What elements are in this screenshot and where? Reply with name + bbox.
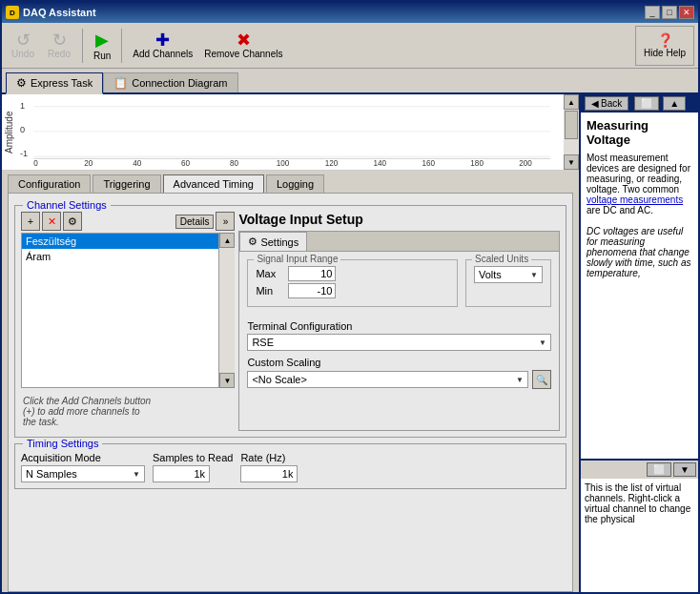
scale-edit-button[interactable]: 🔍 bbox=[532, 370, 551, 389]
acquisition-mode-select[interactable]: N Samples ▼ bbox=[21, 465, 145, 482]
bottom-restore-button[interactable]: ⬜ bbox=[647, 462, 671, 477]
channel-list-scrollbar[interactable]: ▲ ▼ bbox=[219, 233, 235, 388]
channel-scroll-up[interactable]: ▲ bbox=[219, 233, 235, 248]
redo-icon: ↻ bbox=[52, 31, 67, 49]
svg-text:40: 40 bbox=[133, 158, 141, 166]
add-channel-button[interactable]: + bbox=[21, 212, 40, 231]
help-content: MeasuringVoltage Most measurement device… bbox=[581, 113, 698, 459]
undo-label: Undo bbox=[11, 49, 34, 59]
svg-text:20: 20 bbox=[84, 158, 93, 166]
settings-icon: ⚙ bbox=[248, 236, 257, 248]
right-panel-bottom: ⬜ ▼ This is the list of virtual channels… bbox=[581, 459, 698, 592]
timing-section: Timing Settings Acquisition Mode N Sampl… bbox=[14, 443, 566, 489]
min-row: Min bbox=[256, 283, 449, 298]
bottom-help-text: This is the list of virtual channels. Ri… bbox=[585, 482, 690, 524]
scroll-thumb[interactable] bbox=[565, 111, 578, 139]
tab-logging[interactable]: Logging bbox=[266, 174, 324, 193]
terminal-config-select[interactable]: RSE ▼ bbox=[247, 334, 551, 351]
tab-connection-diagram[interactable]: 📋 Connection Diagram bbox=[103, 72, 237, 92]
remove-channels-button[interactable]: ✖ Remove Channels bbox=[199, 26, 287, 66]
min-label: Min bbox=[256, 285, 284, 297]
settings-tab-header: ⚙ Settings bbox=[239, 232, 559, 252]
rate-label: Rate (Hz) bbox=[240, 452, 298, 463]
acquisition-mode-value: N Samples bbox=[26, 468, 77, 480]
custom-scale-arrow: ▼ bbox=[516, 376, 524, 384]
hide-help-button[interactable]: ❓ Hide Help bbox=[635, 26, 694, 66]
window-title: DAQ Assistant bbox=[23, 7, 96, 18]
max-label: Max bbox=[256, 268, 284, 279]
chart-scrollbar[interactable]: ▲ ▼ bbox=[564, 94, 579, 170]
back-button[interactable]: ◀ Back bbox=[585, 96, 628, 111]
custom-scaling-label: Custom Scaling bbox=[247, 357, 551, 368]
scroll-track bbox=[564, 110, 579, 154]
tab-configuration[interactable]: Configuration bbox=[8, 174, 91, 193]
scaled-units-select[interactable]: Volts ▼ bbox=[474, 266, 543, 283]
tab-advanced-timing[interactable]: Advanced Timing bbox=[163, 174, 264, 193]
scaled-units-arrow: ▼ bbox=[530, 271, 538, 279]
scroll-down-arrow[interactable]: ▼ bbox=[564, 154, 579, 170]
right-bottom-content: This is the list of virtual channels. Ri… bbox=[581, 479, 698, 592]
top-tab-bar: ⚙ Express Task 📋 Connection Diagram bbox=[2, 69, 698, 94]
timing-settings-group: Timing Settings Acquisition Mode N Sampl… bbox=[14, 443, 566, 489]
help-title: MeasuringVoltage bbox=[587, 118, 692, 147]
help-expand-button[interactable]: ▲ bbox=[663, 96, 686, 111]
acquisition-mode-arrow: ▼ bbox=[133, 470, 140, 479]
acquisition-mode-col: Acquisition Mode N Samples ▼ bbox=[21, 452, 145, 482]
add-channels-button[interactable]: ✚ Add Channels bbox=[128, 26, 197, 66]
close-button[interactable]: ✕ bbox=[679, 6, 694, 19]
expand-button[interactable]: » bbox=[216, 212, 235, 231]
svg-text:180: 180 bbox=[470, 158, 484, 166]
channel-settings-group: Channel Settings + ✕ ⚙ Details » bbox=[14, 205, 566, 438]
help-body-1: Most measurement devices are designed fo… bbox=[587, 153, 692, 215]
max-input[interactable] bbox=[288, 266, 336, 281]
channel-item-aram[interactable]: Áram bbox=[22, 249, 218, 264]
run-button[interactable]: ▶ Run bbox=[89, 26, 115, 66]
channel-settings-button[interactable]: ⚙ bbox=[63, 212, 82, 231]
connection-diagram-label: Connection Diagram bbox=[132, 77, 227, 89]
tab-triggering[interactable]: Triggering bbox=[93, 174, 160, 193]
custom-scale-row: <No Scale> ▼ 🔍 bbox=[247, 370, 551, 389]
min-input[interactable] bbox=[288, 283, 336, 298]
run-icon: ▶ bbox=[95, 30, 109, 51]
details-button[interactable]: Details bbox=[175, 215, 215, 229]
help-body-dc: DC voltages are useful for measuring phe… bbox=[587, 226, 692, 278]
chart-inner: 1 0 -1 0 20 40 60 80 bbox=[16, 94, 564, 170]
advanced-timing-tab-label: Advanced Timing bbox=[174, 178, 254, 190]
voltage-setup-title: Voltage Input Setup bbox=[238, 212, 560, 227]
signal-input-range-group: Signal Input Range Max Min bbox=[247, 259, 458, 307]
custom-scaling-row: Custom Scaling <No Scale> ▼ 🔍 bbox=[247, 357, 551, 389]
title-bar-controls: _ □ ✕ bbox=[645, 6, 694, 19]
svg-text:200: 200 bbox=[519, 158, 532, 166]
right-bottom-toolbar: ⬜ ▼ bbox=[581, 461, 698, 479]
samples-to-read-input[interactable] bbox=[153, 465, 210, 482]
max-row: Max bbox=[256, 266, 449, 281]
custom-scale-select[interactable]: <No Scale> ▼ bbox=[247, 371, 528, 388]
undo-button[interactable]: ↺ Undo bbox=[6, 26, 40, 66]
signal-input-range-label: Signal Input Range bbox=[254, 254, 340, 264]
redo-label: Redo bbox=[48, 49, 71, 59]
bottom-expand-button[interactable]: ▼ bbox=[673, 462, 696, 477]
configuration-tab-label: Configuration bbox=[18, 178, 80, 190]
svg-text:80: 80 bbox=[230, 158, 238, 166]
help-restore-button[interactable]: ⬜ bbox=[634, 96, 659, 111]
voltage-measurements-link[interactable]: voltage measurements bbox=[587, 195, 683, 205]
settings-tab[interactable]: ⚙ Settings bbox=[239, 232, 307, 251]
maximize-button[interactable]: □ bbox=[662, 6, 677, 19]
channel-settings-inner: + ✕ ⚙ Details » Feszültség bbox=[21, 212, 560, 431]
channel-item-feszultseg[interactable]: Feszültség bbox=[22, 234, 218, 249]
timing-settings-label: Timing Settings bbox=[23, 438, 102, 449]
settings-tab-area: ⚙ Settings Signal Input Range bbox=[238, 231, 560, 431]
minimize-button[interactable]: _ bbox=[645, 6, 660, 19]
tab-express-task[interactable]: ⚙ Express Task bbox=[6, 72, 103, 94]
scroll-up-arrow[interactable]: ▲ bbox=[564, 94, 579, 110]
svg-text:160: 160 bbox=[422, 158, 435, 166]
channel-scroll-track bbox=[219, 248, 235, 373]
chart-y-label: Amplitude bbox=[2, 94, 16, 170]
svg-text:60: 60 bbox=[181, 158, 190, 166]
toolbar-separator-1 bbox=[82, 29, 83, 63]
remove-channel-button[interactable]: ✕ bbox=[42, 212, 61, 231]
redo-button[interactable]: ↻ Redo bbox=[42, 26, 76, 66]
channel-scroll-down[interactable]: ▼ bbox=[219, 373, 235, 388]
rate-input[interactable] bbox=[240, 465, 298, 482]
hide-help-label: Hide Help bbox=[644, 48, 686, 58]
